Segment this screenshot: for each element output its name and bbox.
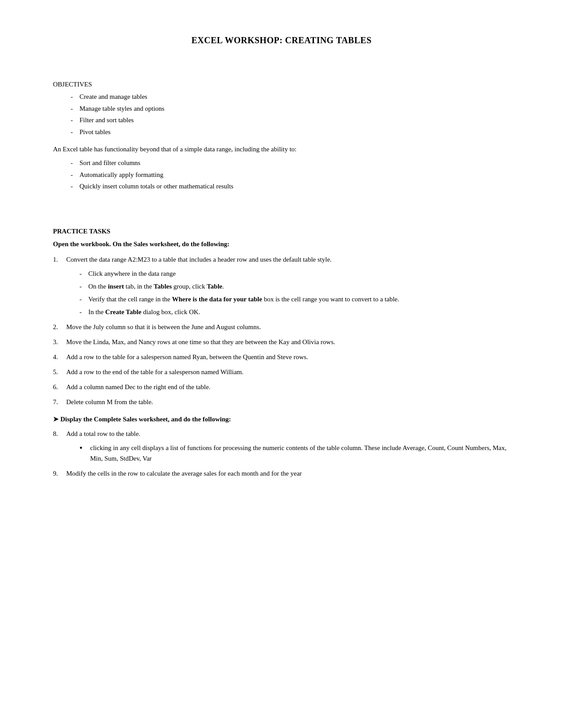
- list-item: Manage table styles and options: [71, 104, 510, 114]
- list-item: Automatically apply formatting: [71, 170, 510, 180]
- objectives-list: Create and manage tables Manage table st…: [71, 92, 510, 137]
- list-number: 1.: [53, 254, 58, 265]
- intro-paragraph: An Excel table has functionality beyond …: [53, 144, 510, 154]
- task1-item3: 3. Move the Linda, Max, and Nancy rows a…: [53, 337, 510, 347]
- list-number: 7.: [53, 397, 58, 407]
- list-item: clicking in any cell displays a list of …: [79, 443, 510, 464]
- list-number: 5.: [53, 367, 58, 377]
- task2-item8: 8. Add a total row to the table. clickin…: [53, 428, 510, 464]
- practice-tasks-heading: PRACTICE TASKS: [53, 228, 510, 235]
- task1-item5: 5. Add a row to the end of the table for…: [53, 367, 510, 377]
- task1-item1: 1. Convert the data range A2:M23 to a ta…: [53, 254, 510, 317]
- task1-item7-text: Delete column M from the table.: [66, 398, 153, 405]
- list-number: 8.: [53, 428, 58, 439]
- list-item: Create and manage tables: [71, 92, 510, 102]
- task1-item5-text: Add a row to the end of the table for a …: [66, 368, 244, 375]
- list-item: In the Create Table dialog box, click OK…: [79, 307, 510, 317]
- task2-list: 8. Add a total row to the table. clickin…: [53, 428, 510, 479]
- list-item: Verify that the cell range in the Where …: [79, 294, 510, 304]
- list-number: 6.: [53, 382, 58, 392]
- task2-item9: 9. Modify the cells in the row to calcul…: [53, 468, 510, 479]
- circle-bullet-text: clicking in any cell displays a list of …: [90, 444, 506, 462]
- task2-item8-text: Add a total row to the table.: [66, 430, 140, 437]
- page-title: EXCEL WORKSHOP: CREATING TABLES: [53, 35, 510, 45]
- intro-bullets-list: Sort and filter columns Automatically ap…: [71, 158, 510, 191]
- task2-heading: ➤ Display the Complete Sales worksheet, …: [53, 415, 510, 423]
- list-number: 9.: [53, 468, 58, 479]
- task1-item6-text: Add a column named Dec to the right end …: [66, 383, 211, 390]
- list-item: Quickly insert column totals or other ma…: [71, 181, 510, 191]
- task1-list: 1. Convert the data range A2:M23 to a ta…: [53, 254, 510, 407]
- task1-item6: 6. Add a column named Dec to the right e…: [53, 382, 510, 392]
- objectives-heading: OBJECTIVES: [53, 81, 510, 88]
- task1-item4-text: Add a row to the table for a salesperson…: [66, 353, 308, 360]
- list-number: 2.: [53, 322, 58, 332]
- task1-item1-text: Convert the data range A2:M23 to a table…: [66, 256, 332, 263]
- task1-item3-text: Move the Linda, Max, and Nancy rows at o…: [66, 338, 335, 345]
- list-item: On the insert tab, in the Tables group, …: [79, 281, 510, 292]
- list-item: Filter and sort tables: [71, 115, 510, 125]
- list-number: 3.: [53, 337, 58, 347]
- list-number: 4.: [53, 352, 58, 362]
- task1-item4: 4. Add a row to the table for a salesper…: [53, 352, 510, 362]
- list-item: Sort and filter columns: [71, 158, 510, 168]
- task2-item8-subbullets: clicking in any cell displays a list of …: [79, 443, 510, 464]
- task1-item1-subbullets: Click anywhere in the data range On the …: [79, 268, 510, 317]
- task2-item9-text: Modify the cells in the row to calculate…: [66, 470, 302, 477]
- task1-item7: 7. Delete column M from the table.: [53, 397, 510, 407]
- list-item: Click anywhere in the data range: [79, 268, 510, 279]
- task1-item2: 2. Move the July column so that it is be…: [53, 322, 510, 332]
- task1-heading: Open the workbook. On the Sales workshee…: [53, 240, 510, 248]
- sub-bullet-text: Click anywhere in the data range: [88, 270, 176, 277]
- task1-item2-text: Move the July column so that it is betwe…: [66, 323, 261, 330]
- list-item: Pivot tables: [71, 127, 510, 137]
